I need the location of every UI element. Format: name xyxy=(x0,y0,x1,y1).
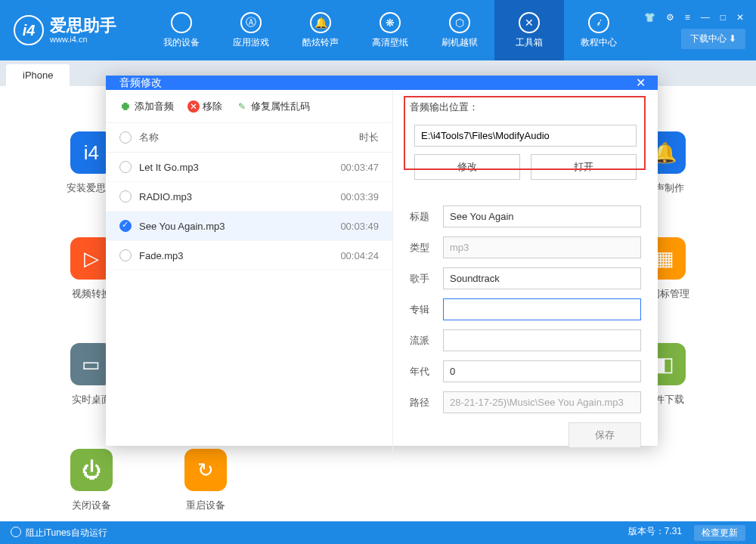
type-label: 类型 xyxy=(410,241,435,255)
file-name: RADIO.mp3 xyxy=(139,191,192,202)
bell-icon: 🔔 xyxy=(310,12,331,33)
dialog-header[interactable]: 音频修改 ✕ xyxy=(106,76,658,90)
album-label: 专辑 xyxy=(410,303,435,317)
file-duration: 00:03:47 xyxy=(326,162,379,173)
check-update-button[interactable]: 检查更新 xyxy=(694,525,745,541)
open-path-button[interactable]: 打开 xyxy=(531,154,637,180)
file-row[interactable]: Let It Go.mp300:03:47 xyxy=(106,153,392,182)
artist-input[interactable] xyxy=(443,267,641,289)
file-row[interactable]: Fade.mp300:04:24 xyxy=(106,241,392,270)
type-input xyxy=(443,236,641,258)
main-nav: 我的设备 Ⓐ应用游戏 🔔酷炫铃声 ❋高清壁纸 ⬡刷机越狱 ✕工具箱 𝒾教程中心 xyxy=(147,0,634,60)
select-all-checkbox[interactable] xyxy=(119,131,132,144)
minimize-button[interactable]: — xyxy=(699,12,711,23)
add-audio-button[interactable]: 🞧添加音频 xyxy=(119,100,174,113)
dialog-close-button[interactable]: ✕ xyxy=(632,76,649,90)
album-input[interactable] xyxy=(443,298,641,320)
year-label: 年代 xyxy=(410,365,435,379)
file-name: See You Again.mp3 xyxy=(139,221,225,232)
status-bar: 阻止iTunes自动运行 版本号：7.31 检查更新 xyxy=(0,521,756,544)
file-name: Fade.mp3 xyxy=(139,250,184,261)
file-row[interactable]: RADIO.mp300:03:39 xyxy=(106,182,392,212)
row-checkbox[interactable] xyxy=(119,190,132,202)
info-icon: 𝒾 xyxy=(588,12,609,33)
close-button[interactable]: ✕ xyxy=(735,12,745,23)
row-checkbox[interactable] xyxy=(119,249,132,261)
shirt-icon[interactable]: 👕 xyxy=(643,12,657,23)
row-checkbox[interactable] xyxy=(119,161,132,173)
flower-icon: ❋ xyxy=(380,12,401,33)
file-list-pane: 🞧添加音频 ✕移除 ✎修复属性乱码 名称 时长 Let It Go.mp300:… xyxy=(106,90,393,459)
nav-wallpapers[interactable]: ❋高清壁纸 xyxy=(355,0,425,60)
add-plus-icon: 🞧 xyxy=(119,100,132,113)
genre-label: 流派 xyxy=(410,334,435,348)
app-header: i4 爱思助手 www.i4.cn 我的设备 Ⓐ应用游戏 🔔酷炫铃声 ❋高清壁纸… xyxy=(0,0,756,60)
path-input xyxy=(443,391,641,413)
genre-input[interactable] xyxy=(443,329,641,351)
menu-icon[interactable]: ≡ xyxy=(683,12,692,23)
settings-icon[interactable]: ⚙ xyxy=(665,12,676,23)
file-duration: 00:04:24 xyxy=(326,250,379,261)
box-icon: ⬡ xyxy=(449,12,470,33)
toggle-circle-icon xyxy=(11,527,21,537)
row-checkbox[interactable] xyxy=(119,220,132,232)
list-header: 名称 时长 xyxy=(106,123,392,153)
audio-modify-dialog: 音频修改 ✕ 🞧添加音频 ✕移除 ✎修复属性乱码 名称 时长 Let It Go… xyxy=(106,76,658,446)
app-store-icon: Ⓐ xyxy=(240,12,262,33)
nav-flash[interactable]: ⬡刷机越狱 xyxy=(425,0,494,60)
file-duration: 00:03:39 xyxy=(326,191,379,202)
title-input[interactable] xyxy=(443,206,641,227)
brand-logo-icon: i4 xyxy=(14,15,44,45)
remove-button[interactable]: ✕移除 xyxy=(187,100,222,113)
brand: i4 爱思助手 www.i4.cn xyxy=(14,15,116,45)
apple-icon xyxy=(171,12,192,33)
window-controls: 👕 ⚙ ≡ — □ ✕ xyxy=(643,12,745,23)
tools-icon: ✕ xyxy=(519,12,540,33)
artist-label: 歌手 xyxy=(410,272,435,286)
file-row[interactable]: See You Again.mp300:03:49 xyxy=(106,212,392,241)
nav-tutorials[interactable]: 𝒾教程中心 xyxy=(564,0,634,60)
brand-name: 爱思助手 xyxy=(50,16,116,35)
path-label: 路径 xyxy=(410,396,435,410)
fix-icon: ✎ xyxy=(236,100,248,113)
fix-encoding-button[interactable]: ✎修复属性乱码 xyxy=(236,100,310,113)
modify-path-button[interactable]: 修改 xyxy=(414,154,520,180)
nav-apps[interactable]: Ⓐ应用游戏 xyxy=(216,0,286,60)
nav-toolbox[interactable]: ✕工具箱 xyxy=(494,0,564,60)
version-label: 版本号：7.31 xyxy=(628,525,682,541)
dialog-title: 音频修改 xyxy=(119,76,162,90)
nav-my-device[interactable]: 我的设备 xyxy=(147,0,216,60)
remove-x-icon: ✕ xyxy=(187,100,200,113)
properties-pane: 音频输出位置： 修改 打开 标题 类型 歌手 专辑 流派 年代 路径 保存 xyxy=(393,90,658,459)
tab-iphone[interactable]: iPhone xyxy=(6,64,70,86)
brand-site: www.i4.cn xyxy=(50,35,116,45)
output-label: 音频输出位置： xyxy=(410,100,641,114)
save-button[interactable]: 保存 xyxy=(569,422,641,448)
year-input[interactable] xyxy=(443,360,641,382)
maximize-button[interactable]: □ xyxy=(719,12,727,23)
title-label: 标题 xyxy=(410,210,435,224)
output-path-input[interactable] xyxy=(414,125,637,147)
nav-ringtones[interactable]: 🔔酷炫铃声 xyxy=(286,0,355,60)
itunes-toggle[interactable]: 阻止iTunes自动运行 xyxy=(11,527,107,539)
download-center-button[interactable]: 下载中心 ⬇ xyxy=(681,29,745,49)
file-duration: 00:03:49 xyxy=(326,221,379,232)
file-name: Let It Go.mp3 xyxy=(139,162,199,173)
